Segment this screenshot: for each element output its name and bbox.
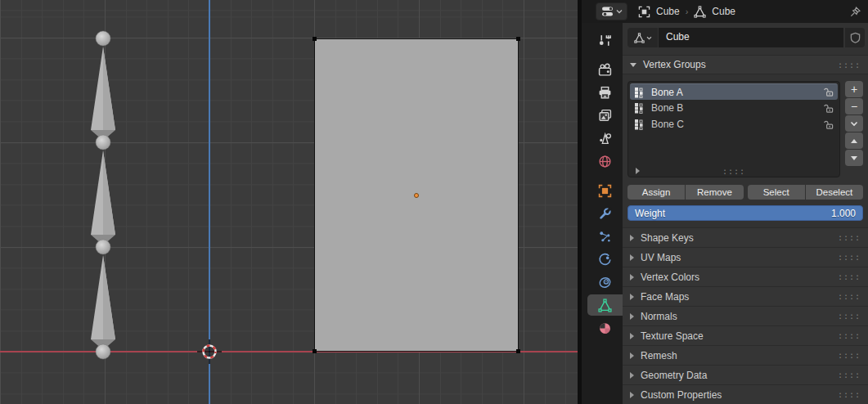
remove-button[interactable]: Remove (686, 185, 743, 200)
panel-collapsed-icon (630, 313, 634, 320)
chevron-down-icon (616, 9, 623, 14)
panel-drag-grip[interactable]: :::: (838, 253, 861, 262)
vertex-groups-list[interactable]: Bone A (627, 81, 840, 177)
panel-texture-space[interactable]: Texture Space :::: (623, 325, 868, 345)
tab-scene[interactable] (587, 128, 623, 149)
vertex-group-row[interactable]: Bone A (630, 83, 838, 100)
chevron-down-icon (850, 121, 858, 127)
panel-label: Texture Space (641, 330, 831, 342)
panel-face-maps[interactable]: Face Maps :::: (623, 286, 868, 306)
mesh-datablock-dropdown[interactable] (627, 28, 658, 47)
breadcrumb-separator: › (686, 7, 689, 16)
remove-vertex-group-button[interactable]: − (845, 98, 863, 114)
properties-editor: Cube › Cube (578, 0, 868, 404)
vertex-group-row[interactable]: Bone B (630, 100, 838, 116)
panel-vertex-colors[interactable]: Vertex Colors :::: (623, 267, 868, 286)
panel-label: Geometry Data (641, 370, 831, 381)
blender-window: Cube › Cube (0, 0, 868, 404)
tab-output[interactable] (587, 82, 623, 103)
tab-world[interactable] (587, 150, 623, 172)
panel-drag-grip[interactable]: :::: (838, 272, 861, 281)
tab-constraints[interactable] (587, 272, 623, 293)
tab-object-data[interactable] (587, 294, 623, 316)
bone-a[interactable] (91, 255, 115, 350)
vertex-group-name: Bone C (651, 119, 817, 130)
mesh-data-icon (694, 6, 706, 18)
panel-drag-grip[interactable]: :::: (838, 61, 861, 70)
mesh-datablock-row: Cube (627, 28, 865, 47)
bone-c[interactable] (91, 47, 115, 141)
deselect-button[interactable]: Deselect (806, 185, 863, 200)
tab-object[interactable] (587, 180, 623, 201)
vertex-group-icon (634, 119, 645, 130)
breadcrumb-object-name[interactable]: Cube (656, 6, 680, 17)
material-sphere-icon (598, 321, 612, 335)
vertex-group-name: Bone A (651, 87, 817, 98)
particles-icon (598, 230, 612, 244)
tab-particles[interactable] (587, 226, 623, 247)
unlock-icon[interactable] (823, 119, 834, 130)
vertex-group-row[interactable]: Bone C (630, 116, 838, 132)
move-group-down-button[interactable] (845, 150, 863, 166)
panel-drag-grip[interactable]: :::: (838, 370, 861, 379)
list-filter-toggle[interactable] (636, 168, 640, 174)
fake-user-shield-button[interactable] (845, 28, 865, 47)
panel-collapsed-icon (630, 294, 634, 300)
panel-collapsed-icon (630, 392, 634, 398)
tab-material[interactable] (587, 317, 623, 339)
panel-normals[interactable]: Normals :::: (623, 306, 868, 325)
panel-uv-maps[interactable]: UV Maps :::: (623, 247, 868, 267)
select-button[interactable]: Select (748, 185, 805, 200)
panel-drag-grip[interactable]: :::: (838, 331, 861, 340)
cube-vertex[interactable] (516, 37, 520, 41)
properties-tab-strip (582, 23, 623, 404)
panel-shape-keys[interactable]: Shape Keys :::: (623, 227, 868, 247)
weight-slider[interactable]: Weight 1.000 (627, 205, 863, 221)
bone-b[interactable] (91, 150, 115, 245)
vertex-group-list-buttons: + − (845, 81, 863, 177)
bone-joint-balls[interactable] (96, 31, 110, 359)
unlock-icon[interactable] (823, 87, 834, 97)
panel-expand-icon (630, 63, 636, 67)
tab-modifiers[interactable] (587, 203, 623, 224)
tool-icon (598, 34, 612, 47)
panel-collapsed-icon (630, 333, 634, 339)
vertex-groups-panel-header[interactable]: Vertex Groups :::: (623, 55, 868, 74)
panel-drag-grip[interactable]: :::: (838, 292, 861, 301)
tab-view-layer[interactable] (587, 105, 623, 126)
tab-render[interactable] (587, 59, 623, 80)
cube-vertex[interactable] (313, 37, 317, 41)
cube-vertex[interactable] (516, 349, 520, 353)
assign-button[interactable]: Assign (627, 185, 685, 200)
tab-tool[interactable] (587, 29, 623, 51)
cube-vertex[interactable] (313, 349, 317, 353)
panel-drag-grip[interactable]: :::: (838, 351, 861, 360)
editor-type-button[interactable] (596, 2, 627, 20)
object-origin (414, 193, 419, 198)
vertex-group-specials-button[interactable] (845, 115, 863, 132)
unlock-icon[interactable] (823, 103, 834, 114)
panel-collapsed-icon (630, 235, 634, 241)
panel-remesh[interactable]: Remesh :::: (623, 345, 868, 365)
breadcrumb-data-name[interactable]: Cube (712, 6, 735, 17)
panel-drag-grip[interactable]: :::: (838, 233, 861, 242)
panel-geometry-data[interactable]: Geometry Data :::: (623, 365, 868, 384)
panel-label: Remesh (641, 350, 831, 361)
cube-mesh[interactable] (314, 38, 519, 352)
tab-physics[interactable] (587, 249, 623, 270)
printer-icon (598, 86, 612, 100)
mesh-name-field[interactable]: Cube (659, 28, 843, 47)
vertex-group-icon (634, 87, 645, 98)
move-group-up-button[interactable] (845, 132, 863, 149)
panel-custom-properties[interactable]: Custom Properties :::: (623, 384, 868, 404)
mesh-data-icon-small (634, 33, 645, 43)
weight-value: 1.000 (831, 208, 856, 219)
world-globe-icon (598, 155, 612, 168)
chevron-down-icon (646, 36, 652, 40)
panel-drag-grip[interactable]: :::: (838, 312, 861, 321)
add-vertex-group-button[interactable]: + (845, 81, 863, 97)
panel-drag-grip[interactable]: :::: (838, 390, 861, 399)
pin-icon[interactable] (849, 6, 861, 18)
3d-viewport[interactable] (0, 0, 578, 404)
list-resize-grip[interactable]: :::: (722, 167, 745, 176)
